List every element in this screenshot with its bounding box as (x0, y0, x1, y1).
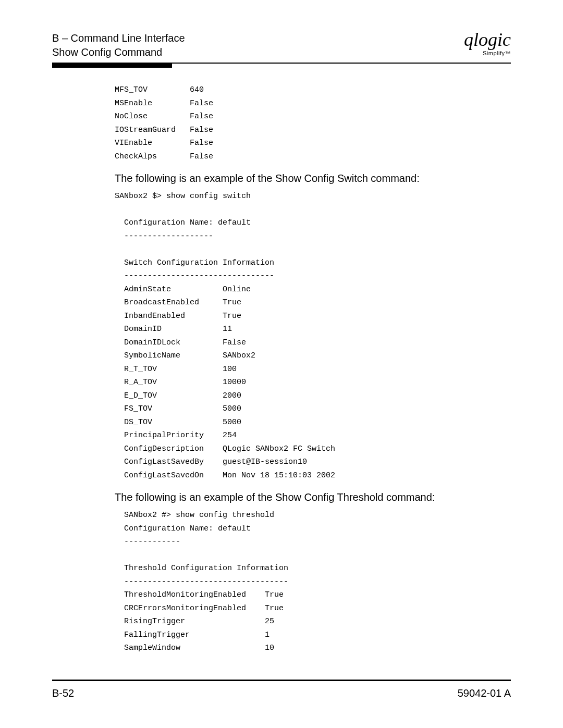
header-rule-thick (52, 63, 172, 68)
logo-script: qlogic (464, 31, 511, 48)
page-number: B-52 (52, 687, 74, 699)
brand-logo: qlogic Simplify™ (464, 31, 511, 57)
port-config-output: MFS_TOV 640 MSEnable False NoClose False… (115, 83, 500, 163)
content-area: MFS_TOV 640 MSEnable False NoClose False… (115, 83, 500, 655)
header-text: B – Command Line Interface Show Config C… (52, 31, 185, 59)
header-rule (52, 63, 511, 68)
doc-id: 59042-01 A (458, 687, 511, 699)
threshold-config-output: SANbox2 #> show config threshold Configu… (115, 509, 500, 655)
header-rule-thin (172, 63, 511, 64)
logo-subtext: Simplify™ (483, 50, 511, 56)
switch-intro-text: The following is an example of the Show … (115, 172, 500, 184)
page-footer: B-52 59042-01 A (52, 687, 511, 699)
switch-config-output: SANbox2 $> show config switch Configurat… (115, 190, 500, 482)
footer-rule (52, 680, 511, 681)
header-line-2: Show Config Command (52, 45, 185, 59)
threshold-intro-text: The following is an example of the Show … (115, 491, 500, 503)
page: B – Command Line Interface Show Config C… (0, 0, 563, 728)
header-line-1: B – Command Line Interface (52, 31, 185, 45)
page-header: B – Command Line Interface Show Config C… (52, 31, 511, 59)
